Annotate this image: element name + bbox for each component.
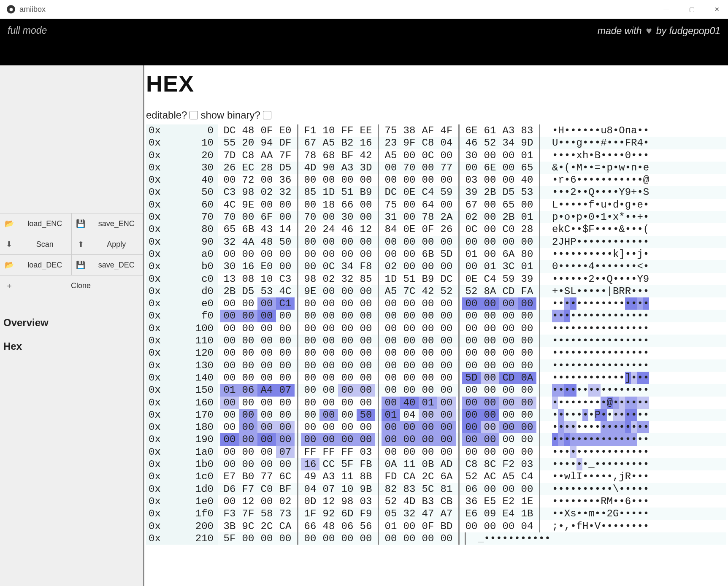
hex-byte[interactable]: BF bbox=[338, 149, 357, 162]
close-icon[interactable]: ✕ bbox=[713, 5, 721, 14]
hex-byte[interactable]: 00 bbox=[357, 211, 375, 223]
hex-byte[interactable]: 00 bbox=[499, 322, 518, 335]
hex-byte[interactable]: 52 bbox=[462, 285, 481, 297]
hex-byte[interactable]: 00 bbox=[419, 446, 437, 458]
hex-byte[interactable]: C0 bbox=[257, 483, 276, 495]
hex-byte[interactable]: C1 bbox=[276, 297, 295, 310]
hex-byte[interactable]: C8 bbox=[419, 137, 437, 149]
hex-byte[interactable]: 00 bbox=[499, 310, 518, 322]
hex-byte[interactable]: 00 bbox=[481, 174, 499, 186]
hex-byte[interactable]: 00 bbox=[419, 433, 437, 446]
hex-byte[interactable]: 3D bbox=[357, 162, 375, 174]
hex-byte[interactable]: 00 bbox=[338, 236, 357, 248]
hex-byte[interactable]: 6E bbox=[462, 124, 481, 137]
hex-byte[interactable]: 00 bbox=[437, 409, 456, 421]
hex-byte[interactable]: DC bbox=[382, 186, 400, 198]
hex-byte[interactable]: 00 bbox=[400, 174, 419, 186]
save-dec-button[interactable]: save_DEC bbox=[90, 255, 143, 275]
hex-byte[interactable]: 8A bbox=[481, 285, 499, 297]
hex-byte[interactable]: 00 bbox=[518, 433, 536, 446]
hex-byte[interactable]: 01 bbox=[518, 149, 536, 162]
hex-byte[interactable]: 00 bbox=[499, 149, 518, 162]
hex-byte[interactable]: 52 bbox=[462, 470, 481, 483]
hex-byte[interactable]: 00 bbox=[462, 297, 481, 310]
hex-byte[interactable]: 98 bbox=[338, 495, 357, 508]
hex-byte[interactable]: 00 bbox=[257, 248, 276, 260]
nav-overview[interactable]: Overview bbox=[3, 311, 140, 335]
hex-byte[interactable]: 32 bbox=[338, 273, 357, 285]
hex-byte[interactable]: 00 bbox=[437, 397, 456, 409]
hex-byte[interactable]: 00 bbox=[220, 409, 239, 421]
hex-byte[interactable]: 00 bbox=[239, 397, 257, 409]
hex-byte[interactable]: 00 bbox=[518, 297, 536, 310]
hex-byte[interactable]: 1D bbox=[319, 186, 338, 198]
hex-byte[interactable]: 00 bbox=[301, 310, 319, 322]
hex-byte[interactable]: 00 bbox=[499, 520, 518, 532]
hex-byte[interactable]: 00 bbox=[239, 458, 257, 470]
hex-byte[interactable]: 00 bbox=[462, 397, 481, 409]
hex-byte[interactable]: 00 bbox=[481, 483, 499, 495]
hex-byte[interactable]: 00 bbox=[382, 433, 400, 446]
hex-byte[interactable]: EE bbox=[357, 124, 375, 137]
hex-byte[interactable]: 42 bbox=[419, 285, 437, 297]
hex-byte[interactable]: 52 bbox=[382, 495, 400, 508]
hex-byte[interactable]: 34 bbox=[499, 137, 518, 149]
hex-byte[interactable]: CA bbox=[400, 470, 419, 483]
hex-byte[interactable]: 31 bbox=[382, 211, 400, 223]
hex-byte[interactable]: 00 bbox=[481, 248, 499, 260]
hex-byte[interactable]: 00 bbox=[257, 174, 276, 186]
hex-byte[interactable]: 36 bbox=[462, 495, 481, 508]
hex-byte[interactable]: 00 bbox=[518, 384, 536, 396]
hex-byte[interactable]: 00 bbox=[518, 310, 536, 322]
hex-byte[interactable]: B2 bbox=[338, 137, 357, 149]
hex-byte[interactable]: 0F bbox=[419, 520, 437, 532]
hex-byte[interactable]: A5 bbox=[319, 137, 338, 149]
hex-byte[interactable]: 53 bbox=[257, 285, 276, 297]
hex-byte[interactable]: 59 bbox=[437, 186, 456, 198]
hex-byte[interactable]: F8 bbox=[357, 260, 375, 273]
hex-byte[interactable]: 00 bbox=[357, 335, 375, 347]
hex-byte[interactable]: 00 bbox=[499, 335, 518, 347]
hex-byte[interactable]: 00 bbox=[437, 335, 456, 347]
hex-byte[interactable]: 00 bbox=[319, 236, 338, 248]
hex-byte[interactable]: 00 bbox=[419, 236, 437, 248]
hex-byte[interactable]: 24 bbox=[319, 223, 338, 235]
hex-byte[interactable]: FA bbox=[518, 285, 536, 297]
hex-byte[interactable]: E7 bbox=[220, 470, 239, 483]
hex-byte[interactable]: FF bbox=[301, 446, 319, 458]
hex-byte[interactable]: 00 bbox=[437, 236, 456, 248]
hex-byte[interactable]: 00 bbox=[499, 359, 518, 372]
hex-byte[interactable]: E2 bbox=[499, 495, 518, 508]
hex-byte[interactable]: 00 bbox=[382, 162, 400, 174]
hex-byte[interactable]: 00 bbox=[239, 359, 257, 372]
hex-byte[interactable]: 5D bbox=[437, 248, 456, 260]
hex-byte[interactable]: 85 bbox=[357, 273, 375, 285]
hex-byte[interactable]: CD bbox=[499, 285, 518, 297]
nav-hex[interactable]: Hex bbox=[3, 335, 140, 358]
hex-byte[interactable]: 00 bbox=[357, 297, 375, 310]
hex-byte[interactable]: 30 bbox=[220, 260, 239, 273]
hex-byte[interactable]: 2B bbox=[499, 211, 518, 223]
hex-byte[interactable]: 2B bbox=[481, 186, 499, 198]
hex-byte[interactable]: 00 bbox=[276, 322, 295, 335]
hex-byte[interactable]: D6 bbox=[220, 483, 239, 495]
hex-byte[interactable]: 00 bbox=[481, 335, 499, 347]
hex-byte[interactable]: 00 bbox=[257, 297, 276, 310]
hex-byte[interactable]: 00 bbox=[338, 433, 357, 446]
hex-byte[interactable]: EC bbox=[239, 162, 257, 174]
hex-byte[interactable]: 00 bbox=[239, 372, 257, 384]
hex-byte[interactable]: 00 bbox=[462, 359, 481, 372]
hex-byte[interactable]: 00 bbox=[499, 433, 518, 446]
hex-byte[interactable]: 00 bbox=[481, 347, 499, 359]
hex-byte[interactable]: 65 bbox=[220, 223, 239, 235]
hex-byte[interactable]: 52 bbox=[481, 137, 499, 149]
hex-byte[interactable]: 02 bbox=[462, 211, 481, 223]
hex-byte[interactable]: 98 bbox=[301, 273, 319, 285]
hex-byte[interactable]: 00 bbox=[481, 446, 499, 458]
hex-byte[interactable]: 00 bbox=[481, 223, 499, 235]
hex-byte[interactable]: 00 bbox=[276, 211, 295, 223]
hex-byte[interactable]: 94 bbox=[257, 137, 276, 149]
hex-byte[interactable]: 00 bbox=[257, 372, 276, 384]
hex-byte[interactable]: 00 bbox=[301, 421, 319, 433]
hex-byte[interactable]: E6 bbox=[462, 508, 481, 520]
